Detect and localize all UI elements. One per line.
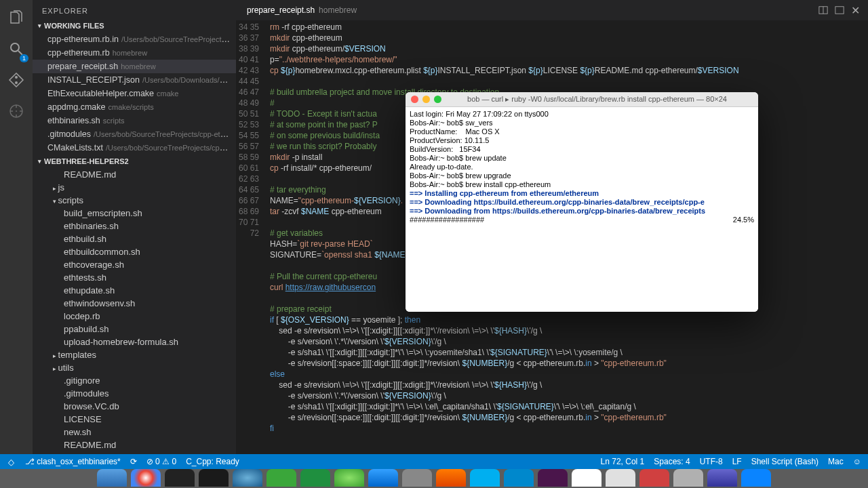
working-file[interactable]: INSTALL_RECEIPT.json/Users/bob/Downloads…: [33, 73, 236, 87]
dock-app[interactable]: [538, 469, 568, 487]
svg-point-5: [16, 110, 17, 112]
tree-file[interactable]: ethupdate.sh: [33, 284, 236, 297]
folder-header[interactable]: WEBTHREE-HELPERS2: [33, 155, 236, 168]
tab-dirname: homebrew: [319, 5, 357, 15]
indent-status[interactable]: Spaces: 4: [654, 457, 690, 466]
dock-app[interactable]: [131, 469, 161, 487]
dock-app[interactable]: [334, 469, 364, 487]
tree-file[interactable]: .gitmodules: [33, 387, 236, 400]
tree-file[interactable]: upload-homebrew-formula.sh: [33, 336, 236, 348]
dock-app[interactable]: [436, 469, 466, 487]
tab-filename[interactable]: prepare_receipt.sh: [247, 5, 315, 15]
cpp-status[interactable]: C_Cpp: Ready: [186, 457, 239, 466]
tree-file[interactable]: ethbuildcommon.sh: [33, 245, 236, 258]
tree-file[interactable]: ethbuild.sh: [33, 232, 236, 245]
tree-file[interactable]: README.md: [33, 439, 236, 451]
terminal-body[interactable]: Last login: Fri May 27 17:09:22 on ttys0…: [406, 107, 758, 312]
working-files-header[interactable]: WORKING FILES: [33, 19, 236, 33]
working-file[interactable]: cpp-ethereum.rbhomebrew: [33, 46, 236, 60]
svg-point-2: [15, 76, 18, 79]
tree-file[interactable]: ethwindowsenv.sh: [33, 297, 236, 310]
git-icon[interactable]: [8, 72, 24, 88]
tree-file[interactable]: locdep.rb: [33, 310, 236, 323]
dock-app[interactable]: [368, 469, 398, 487]
tree-file[interactable]: ethtests.sh: [33, 271, 236, 284]
remote-icon[interactable]: [7, 458, 16, 466]
dock-app[interactable]: [402, 469, 432, 487]
tree-file[interactable]: ppabuild.sh: [33, 323, 236, 336]
encoding-status[interactable]: UTF-8: [700, 457, 723, 466]
working-file[interactable]: CMakeLists.txt/Users/bob/SourceTreeProje…: [33, 141, 236, 155]
dock-app[interactable]: [233, 469, 262, 487]
dock-app[interactable]: [470, 469, 500, 487]
sync-icon[interactable]: ⟳: [130, 457, 137, 466]
error-count[interactable]: ⊘ 0 ⚠ 0: [146, 457, 176, 466]
os-status[interactable]: Mac: [828, 457, 844, 466]
svg-rect-12: [835, 7, 844, 14]
language-status[interactable]: Shell Script (Bash): [751, 457, 818, 466]
dock-app[interactable]: [97, 469, 127, 487]
scm-badge: 1: [20, 54, 28, 62]
tree-file[interactable]: ethbinaries.sh: [33, 220, 236, 232]
activity-bar: 1: [0, 0, 33, 454]
working-file[interactable]: .gitmodules/Users/bob/SourceTreeProjects…: [33, 127, 236, 141]
tree-folder[interactable]: js: [33, 181, 236, 194]
sidebar-title: EXPLORER: [33, 0, 236, 19]
eol-status[interactable]: LF: [732, 457, 742, 466]
terminal-title: bob — curl ▸ ruby -W0 /usr/local/Library…: [441, 95, 753, 104]
working-file[interactable]: appdmg.cmakecmake/scripts: [33, 100, 236, 114]
dock-app[interactable]: [741, 469, 771, 487]
sidebar: EXPLORER WORKING FILES cpp-ethereum.rb.i…: [33, 0, 236, 454]
tree-folder[interactable]: templates: [33, 348, 236, 361]
more-icon[interactable]: [835, 5, 844, 15]
tree-file[interactable]: ethcoverage.sh: [33, 258, 236, 271]
status-bar: ⎇ clash_osx_ethbinaries* ⟳ ⊘ 0 ⚠ 0 C_Cpp…: [0, 454, 868, 469]
window-max-icon[interactable]: [434, 96, 441, 103]
git-branch[interactable]: ⎇ clash_osx_ethbinaries*: [25, 457, 121, 466]
dock-app[interactable]: [300, 469, 330, 487]
tab-bar: prepare_receipt.sh homebrew ✕: [236, 0, 868, 20]
dock-app[interactable]: [199, 469, 229, 487]
svg-point-3: [15, 81, 18, 84]
tree-file[interactable]: LICENSE: [33, 413, 236, 426]
svg-point-0: [11, 43, 19, 52]
files-icon[interactable]: [8, 9, 24, 26]
tree-folder[interactable]: scripts: [33, 194, 236, 207]
tree-folder[interactable]: utils: [33, 361, 236, 374]
terminal-window[interactable]: bob — curl ▸ ruby -W0 /usr/local/Library…: [406, 92, 758, 312]
working-file[interactable]: cpp-ethereum.rb.in/Users/bob/SourceTreeP…: [33, 33, 236, 46]
feedback-icon[interactable]: ☺: [853, 457, 861, 466]
tree-file[interactable]: README.md: [33, 168, 236, 181]
working-file[interactable]: prepare_receipt.shhomebrew: [33, 60, 236, 73]
cursor-position[interactable]: Ln 72, Col 1: [601, 457, 645, 466]
tree-file[interactable]: browse.VC.db: [33, 400, 236, 413]
terminal-titlebar[interactable]: bob — curl ▸ ruby -W0 /usr/local/Library…: [406, 92, 758, 107]
debug-icon[interactable]: [8, 103, 24, 119]
dock-app[interactable]: [707, 469, 737, 487]
working-file[interactable]: EthExecutableHelper.cmakecmake: [33, 87, 236, 100]
window-min-icon[interactable]: [422, 96, 430, 103]
dock-app[interactable]: [504, 469, 534, 487]
dock-app[interactable]: [572, 469, 601, 487]
macos-dock: [0, 469, 868, 488]
window-close-icon[interactable]: [411, 96, 418, 103]
dock-app[interactable]: [165, 469, 195, 487]
working-file[interactable]: ethbinaries.shscripts: [33, 114, 236, 127]
dock-app[interactable]: [673, 469, 703, 487]
close-icon[interactable]: ✕: [851, 4, 860, 17]
dock-app[interactable]: [267, 469, 296, 487]
tree-file[interactable]: .gitignore: [33, 374, 236, 387]
split-icon[interactable]: [818, 5, 828, 15]
tree-file[interactable]: new.sh: [33, 426, 236, 439]
tree-file[interactable]: build_emscripten.sh: [33, 207, 236, 220]
dock-app[interactable]: [639, 469, 669, 487]
dock-app[interactable]: [606, 469, 635, 487]
